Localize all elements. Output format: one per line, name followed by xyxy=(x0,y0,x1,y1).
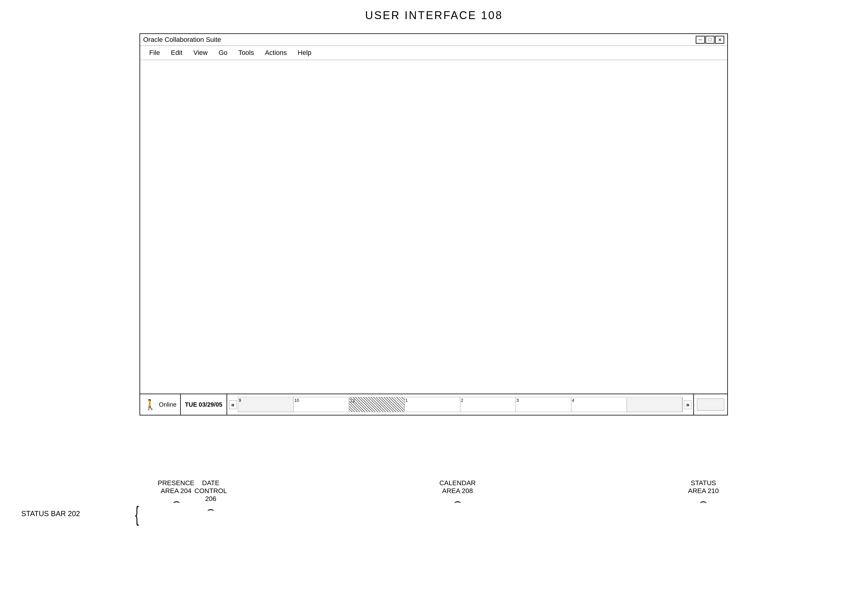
date-display: TUE 03/29/05 xyxy=(185,401,222,408)
status-bar-label: STATUS BAR 202 xyxy=(21,510,80,518)
menu-bar: File Edit View Go Tools Actions Help xyxy=(140,46,727,60)
time-label-1: 1 xyxy=(405,398,408,403)
time-segment-10: 10 xyxy=(294,397,349,412)
online-status: Online xyxy=(159,401,176,408)
date-label: DATECONTROL206 xyxy=(194,479,227,503)
calendar-label: CALENDARAREA 208 xyxy=(239,479,676,495)
presence-label: PRESENCEAREA 204 xyxy=(158,479,194,495)
time-segment-2: 2 xyxy=(460,397,516,412)
menu-help[interactable]: Help xyxy=(292,48,317,58)
time-label-2: 2 xyxy=(461,398,463,403)
minimize-icon: ─ xyxy=(698,37,702,42)
page-title: USER INTERFACE 108 xyxy=(0,0,868,28)
time-segment-4: 4 xyxy=(571,397,627,412)
time-label-9: 9 xyxy=(239,398,241,403)
menu-file[interactable]: File xyxy=(144,48,165,58)
time-segment-3: 3 xyxy=(516,397,571,412)
close-icon: ✕ xyxy=(718,37,722,43)
annotation-date: DATECONTROL206 ⌢ xyxy=(194,479,227,516)
date-control[interactable]: TUE 03/29/05 xyxy=(181,394,227,415)
annotation-labels: PRESENCEAREA 204 ⌢ DATECONTROL206 ⌢ CALE… xyxy=(139,479,728,516)
status-bar: 🚶 Online TUE 03/29/05 « 9 10 12 xyxy=(140,394,727,415)
time-label-10: 10 xyxy=(294,398,299,403)
title-bar: Oracle Collaboration Suite ─ □ ✕ xyxy=(140,34,727,46)
calendar-prev-button[interactable]: « xyxy=(229,400,236,409)
calendar-next-button[interactable]: » xyxy=(684,400,692,409)
status-indicator xyxy=(697,398,724,411)
status-label: STATUSAREA 210 xyxy=(688,479,719,495)
window-controls: ─ □ ✕ xyxy=(696,36,724,44)
status-brace: ⌢ xyxy=(688,495,719,508)
close-button[interactable]: ✕ xyxy=(715,36,724,44)
calendar-brace: ⌢ xyxy=(239,495,676,508)
calendar-area: « 9 10 12 1 2 xyxy=(227,394,693,415)
menu-edit[interactable]: Edit xyxy=(165,48,188,58)
time-segment-1: 1 xyxy=(405,397,460,412)
maximize-button[interactable]: □ xyxy=(705,36,714,44)
menu-actions[interactable]: Actions xyxy=(259,48,292,58)
menu-go[interactable]: Go xyxy=(213,48,233,58)
calendar-timeline: 9 10 12 1 2 3 4 xyxy=(238,397,683,412)
time-label-3: 3 xyxy=(517,398,519,403)
presence-area: 🚶 Online xyxy=(140,394,181,415)
time-label-12: 12 xyxy=(350,398,354,403)
time-segment-dotted-right xyxy=(627,397,683,412)
menu-tools[interactable]: Tools xyxy=(233,48,259,58)
status-bar-brace-icon: { xyxy=(135,503,139,525)
annotation-status: STATUSAREA 210 ⌢ xyxy=(688,479,719,516)
status-area-right xyxy=(693,394,727,415)
date-brace: ⌢ xyxy=(194,503,227,516)
menu-view[interactable]: View xyxy=(188,48,213,58)
window-title: Oracle Collaboration Suite xyxy=(143,36,221,44)
main-content xyxy=(140,60,727,394)
maximize-icon: □ xyxy=(708,37,711,42)
time-label-4: 4 xyxy=(572,398,574,403)
time-segment-dotted-left: 9 xyxy=(238,397,294,412)
annotation-calendar: CALENDARAREA 208 ⌢ xyxy=(239,479,676,516)
annotation-presence: PRESENCEAREA 204 ⌢ xyxy=(158,479,194,516)
minimize-button[interactable]: ─ xyxy=(696,36,705,44)
person-icon: 🚶 xyxy=(144,399,157,410)
presence-brace: ⌢ xyxy=(158,495,194,508)
time-segment-hatched: 12 xyxy=(349,397,405,412)
application-window: Oracle Collaboration Suite ─ □ ✕ File Ed… xyxy=(139,33,728,416)
